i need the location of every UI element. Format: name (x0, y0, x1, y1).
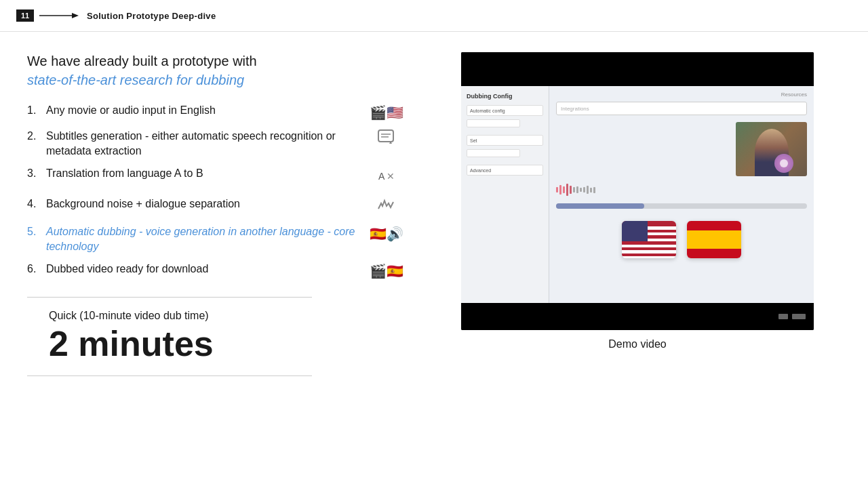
svg-text:✕: ✕ (387, 171, 395, 182)
intro-link: state-of-the-art research for dubbing (27, 73, 407, 88)
demo-video-container: Dubbing Config Automatic config Set Adva… (461, 52, 814, 330)
video-middle: Dubbing Config Automatic config Set Adva… (461, 86, 814, 303)
svg-marker-1 (72, 13, 79, 18)
list-item-3: 3. Translation from language A to B A ✕ (27, 166, 407, 190)
features-list: 1. Any movie or audio input in English 🎬… (27, 103, 407, 281)
slide-header: 11 Solution Prototype Deep-dive (0, 0, 868, 32)
big-number: 2 minutes (49, 325, 407, 363)
left-column: We have already built a prototype with s… (27, 52, 407, 376)
svg-text:A: A (378, 171, 385, 182)
quick-label: Quick (10-minute video dub time) (49, 310, 407, 322)
video-main-area: Resources Integrations (549, 86, 814, 303)
list-item-4: 4. Background noise + dialogue separatio… (27, 197, 407, 218)
video-bottom-bar (461, 303, 814, 330)
header-arrow (39, 11, 80, 20)
flag-us (622, 221, 676, 258)
list-item-5: 5. Automatic dubbing - voice generation … (27, 224, 407, 255)
right-column: Dubbing Config Automatic config Set Adva… (434, 52, 841, 376)
video-top-bar (461, 52, 814, 86)
list-item-2: 2. Subtitles generation - either automat… (27, 129, 407, 159)
flag-spain (687, 221, 741, 258)
divider-line (27, 297, 312, 298)
list-item-6: 6. Dubbed video ready for download 🎬🇪🇸 (27, 262, 407, 281)
video-sidebar: Dubbing Config Automatic config Set Adva… (461, 86, 549, 303)
intro-text: We have already built a prototype with (27, 52, 407, 70)
list-item-1: 1. Any movie or audio input in English 🎬… (27, 103, 407, 122)
svg-rect-2 (378, 130, 393, 142)
divider-line-2 (27, 375, 312, 376)
demo-label: Demo video (608, 338, 666, 350)
header-title: Solution Prototype Deep-dive (87, 11, 216, 21)
slide-number: 11 (16, 9, 34, 22)
